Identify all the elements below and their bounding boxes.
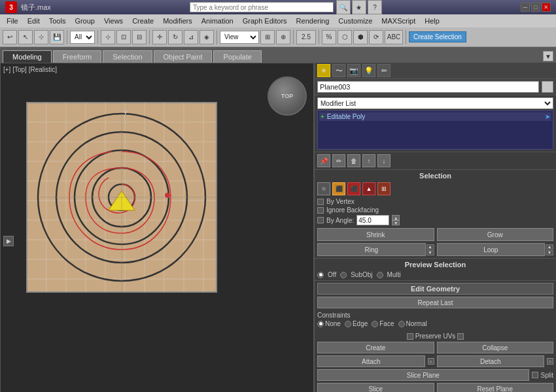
detach-button[interactable]: Detach [437, 355, 545, 367]
tab-object-paint[interactable]: Object Paint [154, 50, 213, 63]
shrink-button[interactable]: Shrink [317, 228, 434, 241]
split-checkbox[interactable] [532, 372, 538, 378]
menu-customize[interactable]: Customize [334, 16, 376, 25]
close-button[interactable]: ✕ [542, 3, 551, 12]
sel-icon-dot[interactable] [317, 182, 330, 195]
minimize-button[interactable]: ─ [521, 3, 530, 12]
slice-button[interactable]: Slice [317, 383, 434, 392]
loop-arrow-up[interactable]: ▲ [546, 244, 553, 250]
tb-scale[interactable]: ⊿ [184, 30, 198, 44]
preview-multi-radio[interactable] [377, 272, 383, 278]
maximize-button[interactable]: □ [531, 3, 540, 12]
modifier-list-dropdown[interactable]: Modifier List [317, 97, 553, 109]
ring-arrow-down[interactable]: ▼ [426, 250, 434, 255]
by-vertex-checkbox[interactable] [317, 199, 324, 205]
tb-anim3[interactable]: ⟳ [369, 30, 383, 44]
navigation-sphere[interactable]: TOP [268, 76, 307, 116]
constraint-edge-radio[interactable] [345, 321, 351, 327]
tb-abc[interactable]: ABC [385, 30, 403, 44]
viewport[interactable]: [+] [Top] [Realistic] TOP [0, 63, 314, 392]
tb-select-tool[interactable]: ⊹ [101, 30, 115, 44]
angle-spin-down[interactable]: ▼ [392, 220, 400, 225]
view-select[interactable]: View [220, 31, 259, 44]
angle-spin-up[interactable]: ▲ [392, 215, 400, 220]
create-selection-button[interactable]: Create Selection [409, 31, 466, 42]
tb-select[interactable]: ↖ [18, 30, 33, 44]
star-button[interactable]: ★ [352, 0, 366, 14]
menu-tools[interactable]: Tools [45, 16, 70, 25]
tb-undo[interactable]: ↩ [3, 30, 17, 44]
loop-arrow-down[interactable]: ▼ [546, 250, 553, 255]
ring-select[interactable]: Ring [317, 243, 426, 256]
grow-button[interactable]: Grow [437, 228, 554, 241]
repeat-last-button[interactable]: Repeat Last [317, 297, 553, 308]
menu-group[interactable]: Group [71, 16, 99, 25]
tab-modeling[interactable]: Modeling [3, 50, 52, 63]
object-name-input[interactable] [317, 81, 539, 93]
ring-arrow-up[interactable]: ▲ [426, 244, 434, 250]
filter-select[interactable]: All All [70, 31, 95, 44]
collapse-button[interactable]: Collapse [437, 342, 554, 353]
tb-scale2[interactable]: ◈ [200, 30, 214, 44]
menu-animation[interactable]: Animation [198, 16, 237, 25]
tb-select-region[interactable]: ⊡ [116, 30, 131, 44]
preserve-uvs-checkbox-right[interactable] [457, 333, 464, 340]
sel-icon-poly[interactable]: ⬛ [347, 182, 360, 195]
ip-edit-icon[interactable]: ✏ [377, 64, 391, 77]
sel-icon-element[interactable]: ⊞ [377, 182, 391, 195]
tab-freeform[interactable]: Freeform [53, 50, 102, 63]
tb-select2[interactable]: ⊹ [34, 30, 48, 44]
ignore-backfacing-checkbox[interactable] [317, 207, 324, 214]
search-button[interactable]: 🔍 [336, 0, 351, 14]
tb-anim1[interactable]: ⬡ [338, 30, 352, 44]
attach-button[interactable]: Attach [317, 355, 425, 367]
sel-icon-tri[interactable]: ▲ [362, 182, 375, 195]
tb-move[interactable]: ✛ [152, 30, 167, 44]
constraint-none-radio[interactable] [317, 321, 324, 327]
ip-light-icon[interactable]: 💡 [362, 64, 375, 77]
menu-edit[interactable]: Edit [24, 16, 44, 25]
viewport-canvas[interactable]: y [20, 96, 223, 299]
menu-views[interactable]: Views [100, 16, 127, 25]
tb-percent[interactable]: % [322, 30, 336, 44]
menu-create[interactable]: Create [128, 16, 158, 25]
loop-select[interactable]: Loop [437, 243, 546, 256]
search-input[interactable] [190, 4, 333, 11]
preserve-uvs-checkbox-left[interactable] [407, 333, 413, 340]
tb-snap[interactable]: ⊕ [276, 30, 290, 44]
menu-rendering[interactable]: Rendering [292, 16, 334, 25]
mod-icon-down[interactable]: ↓ [377, 154, 391, 167]
preview-subobj-radio[interactable] [340, 272, 347, 278]
mod-icon-pin[interactable]: 📌 [317, 154, 330, 167]
tb-ref[interactable]: ⊞ [260, 30, 275, 44]
by-angle-input[interactable] [356, 215, 389, 225]
ip-curve-icon[interactable]: 〜 [332, 64, 345, 77]
constraint-face-radio[interactable] [372, 321, 378, 327]
tb-rotate[interactable]: ↻ [168, 30, 182, 44]
menu-modifiers[interactable]: Modifiers [159, 16, 196, 25]
ip-camera-icon[interactable]: 📷 [347, 64, 360, 77]
menu-file[interactable]: File [3, 16, 22, 25]
tab-populate[interactable]: Populate [213, 50, 261, 63]
tb-select-lasso[interactable]: ⊟ [132, 30, 147, 44]
help-button[interactable]: ? [368, 0, 382, 14]
mod-icon-edit[interactable]: ✏ [332, 154, 345, 167]
constraint-normal-radio[interactable] [398, 321, 405, 327]
menu-graph-editors[interactable]: Graph Editors [239, 16, 291, 25]
slice-plane-button[interactable]: Slice Plane [317, 369, 529, 381]
mod-icon-up[interactable]: ↑ [362, 154, 375, 167]
preview-off-radio[interactable] [317, 272, 324, 278]
mod-icon-delete[interactable]: 🗑 [347, 154, 360, 167]
ip-sun-icon[interactable]: ☀ [317, 64, 330, 77]
modifier-editable-poly[interactable]: + Editable Poly ➤ [319, 112, 551, 121]
sel-icon-edge[interactable]: ⬛ [332, 182, 345, 195]
tb-save[interactable]: 💾 [50, 30, 64, 44]
menu-help[interactable]: Help [421, 16, 443, 25]
tb-anim2[interactable]: ⬢ [353, 30, 368, 44]
create-button[interactable]: Create [317, 342, 434, 353]
tab-selection[interactable]: Selection [103, 50, 152, 63]
menu-maxscript[interactable]: MAXScript [377, 16, 419, 25]
modifier-list-box[interactable]: + Editable Poly ➤ [317, 110, 553, 150]
detach-settings[interactable]: ▫ [547, 358, 553, 365]
object-color-swatch[interactable] [542, 81, 553, 93]
